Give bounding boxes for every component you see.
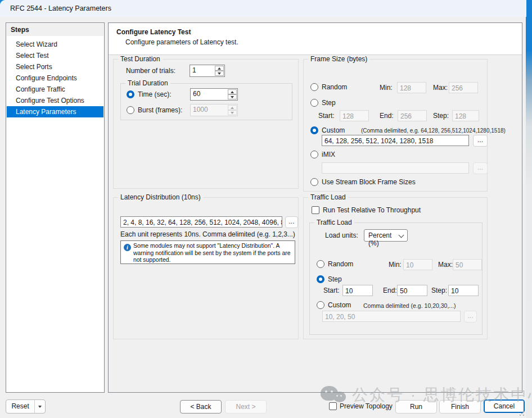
sidebar-item-latency-parameters[interactable]: Latency Parameters — [7, 106, 103, 117]
load-random-radio[interactable] — [317, 260, 324, 268]
test-duration-group: Test Duration Number of trials: 1 Trial … — [113, 59, 299, 189]
frame-size-group: Frame Size (bytes) Random Min: 128 Max: … — [303, 59, 488, 192]
traffic-load-inner-group: Traffic Load Load units: Percent (%) Ran… — [309, 222, 483, 335]
load-random-label: Random — [328, 260, 353, 268]
frame-size-custom-note: (Comma delimited, e.g. 64,128, 256,512,1… — [361, 128, 506, 134]
load-max-label: Max: — [438, 261, 453, 269]
frame-size-stream-block-radio[interactable] — [310, 178, 318, 186]
preview-topology-label: Preview Topology — [340, 402, 393, 410]
load-start-field[interactable]: 10 — [342, 285, 373, 296]
run-relative-throughput-checkbox[interactable] — [312, 206, 319, 214]
load-units-label: Load units: — [325, 231, 358, 239]
frame-size-step-radio[interactable] — [310, 99, 318, 107]
titlebar: RFC 2544 - Latency Parameters — [0, 0, 526, 17]
frame-size-min-label: Min: — [380, 84, 393, 92]
reset-button[interactable]: Reset — [6, 400, 34, 413]
frame-size-group-label: Frame Size (bytes) — [308, 55, 369, 63]
load-step-size-field[interactable]: 10 — [448, 285, 479, 296]
page-subtitle: Configure parameters of Latency test. — [125, 38, 238, 46]
traffic-load-group-label: Traffic Load — [308, 193, 348, 201]
frame-size-custom-radio[interactable] — [310, 126, 318, 134]
number-of-trials-label: Number of trials: — [126, 67, 175, 75]
burst-frames-value: 1000 — [191, 104, 228, 116]
load-step-size-label: Step: — [431, 287, 447, 294]
latency-distribution-group-label: Latency Distribution (10ns) — [118, 193, 203, 201]
latency-distribution-browse-button[interactable]: ... — [285, 216, 298, 228]
frame-size-custom-label: Custom — [322, 126, 345, 134]
load-custom-field: 10, 20, 50 — [322, 311, 461, 322]
spin-up-icon[interactable] — [215, 66, 224, 71]
page-title: Configure Latency Test — [116, 28, 191, 36]
load-start-label: Start: — [323, 287, 340, 294]
preview-topology-checkbox[interactable] — [329, 402, 337, 410]
frame-size-custom-browse-button[interactable]: ... — [473, 135, 488, 147]
time-sec-value[interactable]: 60 — [191, 89, 228, 100]
chevron-down-icon — [38, 406, 42, 408]
sidebar-item-select-wizard[interactable]: Select Wizard — [6, 39, 104, 50]
number-of-trials-value[interactable]: 1 — [190, 65, 215, 76]
page-header: Configure Latency Test Configure paramet… — [109, 23, 522, 55]
burst-frames-radio[interactable] — [127, 106, 134, 114]
run-button[interactable]: Run — [395, 400, 437, 414]
chevron-down-icon — [399, 233, 404, 238]
load-units-value: Percent (%) — [368, 231, 391, 247]
frame-size-max-field: 256 — [449, 82, 478, 93]
spin-up-icon[interactable] — [228, 89, 237, 94]
run-relative-throughput-label: Run Test Relative To Throughput — [323, 206, 421, 214]
sidebar-item-configure-traffic[interactable]: Configure Traffic — [6, 84, 104, 95]
traffic-load-inner-group-label: Traffic Load — [314, 219, 354, 226]
number-of-trials-stepper[interactable]: 1 — [190, 65, 225, 77]
frame-size-imix-radio[interactable] — [310, 151, 318, 158]
sidebar-item-configure-endpoints[interactable]: Configure Endpoints — [6, 72, 104, 84]
traffic-load-group: Traffic Load Run Test Relative To Throug… — [303, 197, 488, 339]
sidebar-item-configure-test-options[interactable]: Configure Test Options — [6, 95, 104, 106]
load-custom-browse-button: ... — [464, 311, 477, 322]
frame-size-end-field: 256 — [398, 110, 427, 121]
spin-down-icon — [228, 110, 237, 115]
load-custom-radio[interactable] — [317, 301, 324, 309]
frame-size-start-field: 128 — [340, 110, 369, 121]
reset-split-button[interactable]: Reset — [6, 399, 46, 414]
load-custom-note: Comma delimited (e.g. 10,20,30,...) — [363, 302, 456, 309]
latency-distribution-info-text: Some modules may not support "Latency Di… — [133, 243, 292, 264]
latency-distribution-group: Latency Distribution (10ns) 2, 4, 8, 16,… — [113, 197, 299, 339]
next-button: Next > — [225, 400, 267, 414]
latency-distribution-infobox: i Some modules may not support "Latency … — [120, 240, 295, 264]
load-step-label: Step — [328, 275, 342, 283]
sidebar-item-select-ports[interactable]: Select Ports — [6, 61, 104, 72]
time-sec-label: Time (sec): — [138, 90, 172, 98]
test-duration-group-label: Test Duration — [118, 55, 163, 63]
trial-duration-group: Trial Duration Time (sec): 60 Burst (fra… — [120, 83, 292, 120]
frame-size-custom-field[interactable]: 64, 128, 256, 512, 1024, 1280, 1518 — [322, 135, 469, 146]
frame-size-step-label: Step — [322, 99, 336, 107]
frame-size-max-label: Max: — [433, 84, 448, 92]
frame-size-random-radio[interactable] — [310, 83, 318, 91]
load-units-select[interactable]: Percent (%) — [364, 229, 408, 242]
frame-size-step-size-label: Step: — [433, 112, 449, 120]
load-min-field: 10 — [403, 259, 432, 270]
resize-grip-icon[interactable] — [519, 411, 525, 416]
spin-down-icon[interactable] — [215, 71, 224, 76]
time-sec-radio[interactable] — [127, 90, 134, 98]
latency-distribution-field[interactable]: 2, 4, 8, 16, 32, 64, 128, 256, 512, 1024… — [120, 216, 282, 228]
main-panel: Configure Latency Test Configure paramet… — [108, 22, 522, 393]
frame-size-start-label: Start: — [318, 112, 335, 120]
load-min-label: Min: — [389, 261, 402, 269]
burst-frames-label: Burst (frames): — [138, 106, 182, 114]
info-icon: i — [124, 244, 131, 251]
load-step-radio[interactable] — [317, 275, 324, 283]
frame-size-step-size-field: 128 — [452, 110, 479, 121]
frame-size-random-label: Random — [322, 83, 347, 91]
spin-down-icon[interactable] — [228, 94, 237, 99]
latency-distribution-hint: Each unit represents 10ns. Comma delimit… — [120, 230, 295, 238]
steps-panel: Steps Select Wizard Select Test Select P… — [6, 22, 105, 393]
finish-button[interactable]: Finish — [439, 400, 481, 414]
time-sec-stepper[interactable]: 60 — [190, 88, 238, 101]
back-button[interactable]: < Back — [180, 400, 222, 414]
frame-size-imix-browse-button: ... — [473, 162, 488, 174]
sidebar-item-select-test[interactable]: Select Test — [6, 50, 104, 61]
steps-header: Steps — [7, 24, 103, 36]
load-end-field[interactable]: 50 — [397, 285, 427, 296]
reset-dropdown-button[interactable] — [34, 400, 45, 413]
window-right-scroll-strip[interactable] — [526, 0, 532, 418]
